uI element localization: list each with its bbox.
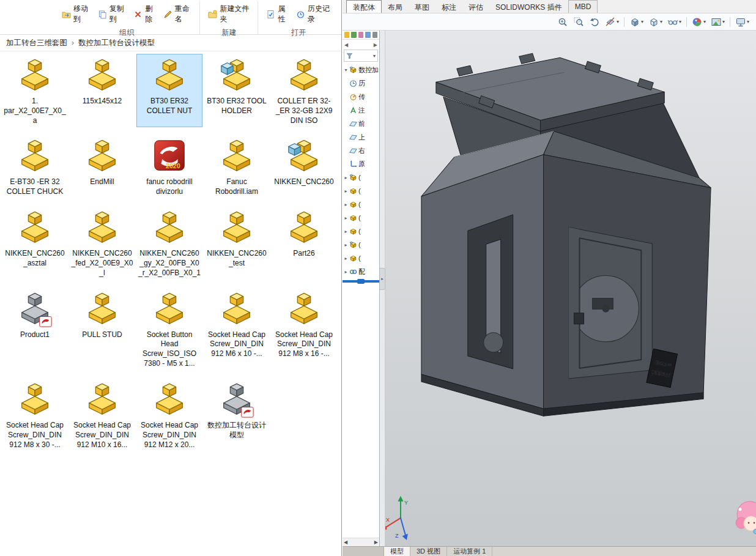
gray-part-file-icon bbox=[16, 291, 54, 328]
tab-sketch[interactable]: 草图 bbox=[409, 0, 435, 13]
tree-item-component[interactable]: ▸ ( bbox=[343, 224, 379, 238]
tree-root-assembly[interactable]: ▾ 数控加 bbox=[343, 63, 379, 76]
expand-arrow-icon[interactable]: ▸ bbox=[344, 215, 348, 221]
3d-views-tab[interactable]: 3D 视图 bbox=[410, 547, 447, 556]
expand-arrow-icon[interactable]: ▸ bbox=[344, 256, 348, 261]
tab-layout[interactable]: 布局 bbox=[382, 0, 409, 13]
tree-item-top-plane[interactable]: 上 bbox=[343, 130, 379, 144]
file-item[interactable]: COLLET ER 32-_ER 32-GB 12X9 DIN ISO bbox=[271, 54, 337, 127]
edit-appearance-button[interactable]: ▾ bbox=[690, 15, 708, 29]
file-item[interactable]: 115x145x12 bbox=[69, 54, 135, 127]
dimxpertmanager-tab[interactable] bbox=[365, 32, 370, 38]
hide-show-items-button[interactable]: ▾ bbox=[665, 15, 683, 29]
zoom-to-fit-button[interactable] bbox=[555, 15, 570, 29]
configurationmanager-tab[interactable] bbox=[358, 32, 363, 38]
tree-item-mates[interactable]: ▸ 配 bbox=[343, 265, 379, 278]
rollback-bar[interactable] bbox=[343, 280, 379, 283]
tab-evaluate[interactable]: 评估 bbox=[462, 0, 489, 13]
expand-arrow-icon[interactable]: ▸ bbox=[344, 202, 348, 207]
tree-item-origin[interactable]: 原 bbox=[343, 157, 379, 171]
tab-addins[interactable]: SOLIDWORKS 插件 bbox=[489, 0, 568, 13]
tree-item-component[interactable]: ▸ ( bbox=[343, 251, 379, 265]
breadcrumb-item[interactable]: 加工转台三维套图 bbox=[2, 36, 71, 50]
file-item[interactable]: E-BT30 -ER 32 COLLET CHUCK bbox=[2, 135, 68, 199]
tree-item-component[interactable]: ▸ ( bbox=[343, 198, 379, 211]
breadcrumb-item-current[interactable]: 数控加工转台设计模型 bbox=[75, 36, 158, 50]
orientation-triad[interactable]: Y X Z bbox=[385, 496, 408, 540]
scroll-left-arrow[interactable]: ◀ bbox=[344, 539, 347, 545]
file-item[interactable]: Socket Head Cap Screw_DIN_DIN 912 M8 x 1… bbox=[271, 287, 337, 371]
tree-item-component[interactable]: ▸ ( bbox=[343, 171, 379, 184]
tree-item-right-plane[interactable]: 右 bbox=[343, 144, 379, 157]
expand-arrow-icon[interactable]: ▸ bbox=[344, 188, 348, 194]
file-item[interactable]: Socket Head Cap Screw_DIN_DIN 912 M12 x … bbox=[136, 378, 202, 451]
expand-arrow-icon[interactable]: ▾ bbox=[344, 67, 348, 73]
file-item[interactable]: Socket Head Cap Screw_DIN_DIN 912 M10 x … bbox=[69, 378, 135, 451]
file-item-selected[interactable]: BT30 ER32 COLLET NUT bbox=[136, 54, 202, 127]
tree-item-history[interactable]: 历 bbox=[343, 76, 379, 90]
tree-item-annotations[interactable]: 注 bbox=[343, 103, 379, 117]
panel-flyout-handle[interactable]: ▸ bbox=[380, 268, 385, 290]
display-style-button[interactable]: ▾ bbox=[647, 15, 664, 29]
expand-arrow-icon[interactable]: ▸ bbox=[344, 242, 348, 248]
move-to-button[interactable]: 移动到 bbox=[59, 1, 94, 27]
propertymanager-tab[interactable] bbox=[351, 32, 356, 38]
file-item[interactable]: Fanuc Robodrill.iam bbox=[204, 135, 270, 199]
file-item[interactable]: NIKKEN_CNC260_asztal bbox=[2, 206, 68, 280]
file-item[interactable]: NIKKEN_CNC260_test bbox=[204, 206, 270, 280]
tree-item-component[interactable]: ▸ ( bbox=[343, 211, 379, 224]
file-name: 1. par_X2_00E7_X0_a bbox=[3, 97, 67, 125]
expand-arrow-icon[interactable]: ▸ bbox=[344, 269, 348, 275]
rename-button[interactable]: 重命名 bbox=[160, 1, 195, 27]
copy-to-button[interactable]: 复制到 bbox=[95, 1, 130, 27]
file-item[interactable]: Socket Head Cap Screw_DIN_DIN 912 M6 x 1… bbox=[204, 287, 270, 371]
zoom-to-area-button[interactable] bbox=[571, 15, 586, 29]
scroll-right-arrow[interactable]: ▶ bbox=[374, 539, 378, 545]
new-folder-button[interactable]: 新建文件夹 bbox=[205, 1, 253, 27]
viewport[interactable]: FANUC α-T21iE Y X Z bbox=[385, 31, 756, 546]
file-item[interactable]: 2020 fanuc robodrill divizorlu bbox=[136, 135, 202, 199]
file-item[interactable]: EndMill bbox=[69, 135, 135, 199]
tree-item-sensors[interactable]: 传 bbox=[343, 90, 379, 103]
tree-item-component[interactable]: ▸ ( bbox=[343, 184, 379, 198]
file-item[interactable]: BT30 ER32 TOOL HOLDER bbox=[204, 54, 270, 127]
history-button[interactable]: 历史记录 bbox=[293, 1, 334, 27]
tree-item-component[interactable]: ▸ ( bbox=[343, 238, 379, 251]
model-tab[interactable]: 模型 bbox=[384, 547, 410, 556]
file-item[interactable]: PULL STUD bbox=[69, 287, 135, 371]
cad-model[interactable]: FANUC α-T21iE bbox=[421, 53, 711, 416]
file-item[interactable]: 数控加工转台设计模型 bbox=[204, 378, 270, 451]
panel-splitter[interactable]: ▸ bbox=[380, 31, 385, 546]
file-item[interactable]: NIKKEN_CNC260_gy_X2_00FB_X0_r_X2_00FB_X0… bbox=[136, 206, 202, 280]
section-view-button[interactable]: ▾ bbox=[603, 15, 621, 29]
apply-scene-button[interactable]: ▾ bbox=[709, 15, 727, 29]
tab-annotate[interactable]: 标注 bbox=[435, 0, 462, 13]
file-item[interactable]: 1. par_X2_00E7_X0_a bbox=[2, 54, 68, 127]
expand-arrow-icon[interactable]: ▸ bbox=[344, 175, 348, 180]
previous-view-button[interactable] bbox=[587, 15, 602, 29]
motion-study-tab[interactable]: 运动算例 1 bbox=[447, 547, 492, 556]
view-settings-button[interactable]: ▾ bbox=[733, 15, 751, 29]
view-orientation-button[interactable]: ▾ bbox=[628, 15, 645, 29]
tab-assembly[interactable]: 装配体 bbox=[346, 0, 382, 13]
file-item[interactable]: NIKKEN_CNC260 bbox=[271, 135, 337, 199]
tree-item-label: 右 bbox=[358, 146, 365, 155]
file-item[interactable]: NIKKEN_CNC260_fed_X2_00E9_X0_l bbox=[69, 206, 135, 280]
file-item[interactable]: Part26 bbox=[271, 206, 337, 280]
file-item[interactable]: Socket Button Head Screw_ISO_ISO 7380 - … bbox=[136, 287, 202, 371]
displaymanager-tab[interactable] bbox=[372, 32, 377, 38]
tree-filter-button[interactable]: ▾ bbox=[344, 50, 378, 62]
tree-item-front-plane[interactable]: 前 bbox=[343, 117, 379, 130]
expand-arrow-icon[interactable]: ▸ bbox=[344, 229, 348, 234]
delete-button[interactable]: 删除 bbox=[130, 1, 158, 27]
featuremanager-tab[interactable] bbox=[344, 32, 349, 38]
file-item[interactable]: Socket Head Cap Screw_DIN_DIN 912 M8 x 3… bbox=[2, 378, 68, 451]
properties-button[interactable]: 属性 bbox=[263, 1, 292, 27]
statusbar-resize-area[interactable] bbox=[343, 547, 384, 556]
file-item[interactable]: Product1 bbox=[2, 287, 68, 371]
tab-mbd[interactable]: MBD bbox=[568, 0, 598, 13]
panel-horizontal-scrollbar[interactable]: ◀ ▶ bbox=[343, 538, 379, 546]
panel-back-arrow[interactable]: ◀ bbox=[344, 42, 348, 48]
viewport-canvas[interactable]: FANUC α-T21iE Y X Z bbox=[385, 31, 756, 546]
panel-forward-arrow[interactable]: ▶ bbox=[374, 42, 377, 48]
